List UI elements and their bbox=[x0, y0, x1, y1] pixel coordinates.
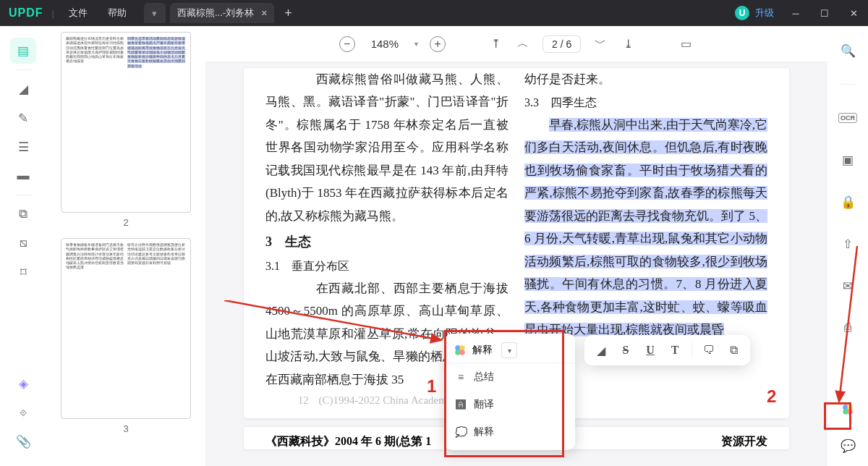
page-current: 2 bbox=[552, 38, 558, 50]
left-sidebar: ▤ ◢ ✎ ☰ ▬ ⧉ ⧅ ⌑ ◈ ⟐ 📎 bbox=[0, 26, 46, 466]
svg-point-3 bbox=[847, 409, 853, 415]
ctx-summary[interactable]: ≡ 总结 bbox=[445, 363, 575, 391]
journal-section: 资源开发 bbox=[721, 434, 767, 449]
tab-close-icon[interactable]: × bbox=[261, 7, 267, 19]
ai-assistant-icon[interactable] bbox=[836, 398, 859, 421]
ocr-icon[interactable]: OCR bbox=[836, 106, 859, 130]
right-sidebar: 🔍 OCR ▣ 🔒 ⇧ ✉ ⎙ 💬 bbox=[827, 26, 868, 466]
format-toolbar: ◢ S U T 🗨 ⧉ bbox=[584, 335, 750, 365]
menu-help[interactable]: 帮助 bbox=[98, 7, 137, 20]
context-menu-dropdown-icon[interactable]: ▾ bbox=[501, 342, 517, 358]
app-logo: UPDF bbox=[0, 7, 52, 20]
page-number: 12 bbox=[298, 394, 309, 406]
edit-tool[interactable]: ✎ bbox=[10, 105, 36, 131]
strikethrough-button[interactable]: S bbox=[615, 339, 637, 361]
thumb-3-number: 3 bbox=[61, 423, 191, 434]
share-icon[interactable]: ⇧ bbox=[836, 232, 859, 255]
ctx-summary-label: 总结 bbox=[474, 370, 494, 384]
window-minimize-icon[interactable]: ─ bbox=[781, 0, 810, 26]
ai-context-menu: 解释 ▾ ≡ 总结 🅰 翻译 › 💭 解释 bbox=[445, 334, 575, 450]
crop-tool[interactable]: ⧅ bbox=[10, 230, 36, 256]
avatar[interactable]: U bbox=[735, 6, 749, 20]
page-tool[interactable]: ⧉ bbox=[10, 201, 36, 227]
zoom-dropdown-icon[interactable]: ▾ bbox=[414, 40, 418, 48]
protect-icon[interactable]: 🔒 bbox=[836, 190, 859, 213]
logo-divider: | bbox=[52, 8, 54, 19]
document-tab[interactable]: 西藏棕熊...-刘务林 × bbox=[170, 3, 274, 23]
ctx-translate-label: 翻译 bbox=[474, 398, 494, 411]
context-menu-title: 解释 bbox=[472, 344, 493, 357]
explain-icon: 💭 bbox=[455, 426, 467, 438]
bookmark-tool[interactable]: ⟐ bbox=[10, 399, 36, 425]
thumb-2-number: 2 bbox=[61, 217, 191, 228]
blank-tab[interactable]: ▾ bbox=[144, 3, 166, 23]
layers-tool[interactable]: ◈ bbox=[10, 370, 36, 397]
zoom-in-button[interactable]: + bbox=[430, 36, 446, 52]
annotation-number-1: 1 bbox=[427, 376, 436, 397]
window-close-icon[interactable]: ✕ bbox=[839, 0, 868, 26]
menu-file[interactable]: 文件 bbox=[59, 7, 98, 20]
svg-point-7 bbox=[459, 350, 465, 355]
prev-page-button[interactable]: ︿ bbox=[515, 36, 531, 52]
list-icon: ≡ bbox=[455, 371, 467, 383]
page-indicator[interactable]: 2 / 6 bbox=[542, 35, 581, 53]
redact-tool[interactable]: ▬ bbox=[10, 163, 36, 189]
page-total: 6 bbox=[566, 38, 572, 50]
note-button[interactable]: 🗨 bbox=[698, 339, 720, 361]
ctx-explain-label: 解释 bbox=[474, 425, 494, 439]
title-bar: UPDF | 文件 帮助 ▾ 西藏棕熊...-刘务林 × + U 升级 ─ ☐ … bbox=[0, 0, 868, 26]
zoom-out-button[interactable]: − bbox=[339, 36, 355, 52]
section-heading: 3 生态 bbox=[265, 230, 509, 254]
paragraph: 幼仔是否赶来。 bbox=[524, 68, 767, 90]
comment-icon[interactable]: 💬 bbox=[836, 434, 859, 457]
first-page-button[interactable]: ⤒ bbox=[488, 36, 503, 52]
view-toolbar: − 148% ▾ + ⤒ ︿ 2 / 6 ﹀ ⤓ ▭ bbox=[205, 26, 827, 62]
search-icon[interactable]: 🔍 bbox=[836, 39, 859, 62]
attachment-tool[interactable]: 📎 bbox=[10, 428, 36, 454]
thumbnail-page-3[interactable]: 秋季食物储备冬眠准备洞穴选择天敌气候影响种群数量保护区设立管理措施调查方法样线统… bbox=[61, 238, 191, 419]
convert-tool[interactable]: ⌑ bbox=[10, 259, 36, 285]
tab-add-icon[interactable]: + bbox=[274, 6, 302, 21]
highlighter-tool[interactable]: ◢ bbox=[10, 76, 36, 102]
tab-title: 西藏棕熊...-刘务林 bbox=[177, 7, 254, 20]
thumbnail-page-2[interactable]: 藏棕熊概述分布情况及历史资料名称来源描述体型外观特征寿命习性棕熊活动范围体重食性… bbox=[61, 32, 191, 213]
form-tool[interactable]: ☰ bbox=[10, 134, 36, 160]
zoom-value[interactable]: 148% bbox=[371, 38, 399, 50]
print-icon[interactable]: ⎙ bbox=[836, 316, 859, 339]
translate-icon: 🅰 bbox=[455, 399, 467, 410]
chevron-right-icon: › bbox=[562, 400, 565, 409]
underline-button[interactable]: U bbox=[639, 339, 661, 361]
window-maximize-icon[interactable]: ☐ bbox=[810, 0, 839, 26]
upgrade-link[interactable]: 升级 bbox=[755, 7, 774, 20]
highlighted-paragraph[interactable]: 早春,棕熊从洞中出来,由于天气尚寒冷,它们多白天活动,夜间休息。但饥急后,有时夜… bbox=[524, 114, 767, 341]
text-button[interactable]: T bbox=[664, 339, 686, 361]
next-page-button[interactable]: ﹀ bbox=[592, 36, 608, 52]
presentation-button[interactable]: ▭ bbox=[678, 36, 694, 52]
context-menu-header[interactable]: 解释 ▾ bbox=[445, 338, 575, 363]
annotation-number-2: 2 bbox=[767, 386, 776, 407]
copy-button[interactable]: ⧉ bbox=[723, 339, 744, 361]
thumbnail-panel: 藏棕熊概述分布情况及历史资料名称来源描述体型外观特征寿命习性棕熊活动范围体重食性… bbox=[46, 26, 205, 466]
email-icon[interactable]: ✉ bbox=[836, 274, 859, 297]
ctx-explain[interactable]: 💭 解释 bbox=[445, 418, 575, 446]
paragraph: 西藏棕熊曾俗叫做藏马熊、人熊、马熊、黑。藏语译音"折蒙"、门巴语译音"折冬"。棕… bbox=[265, 68, 509, 227]
subsection-heading: 3.1 垂直分布区 bbox=[265, 255, 509, 277]
highlight-button[interactable]: ◢ bbox=[590, 339, 612, 361]
journal-issue: 《西藏科技》2004 年 6 期(总第 1 bbox=[265, 434, 431, 449]
last-page-button[interactable]: ⤓ bbox=[620, 36, 636, 52]
reader-tool[interactable]: ▤ bbox=[10, 38, 36, 64]
crop-page-icon[interactable]: ▣ bbox=[836, 148, 859, 171]
subsection-heading: 3.3 四季生态 bbox=[524, 92, 767, 114]
ctx-translate[interactable]: 🅰 翻译 › bbox=[445, 391, 575, 418]
